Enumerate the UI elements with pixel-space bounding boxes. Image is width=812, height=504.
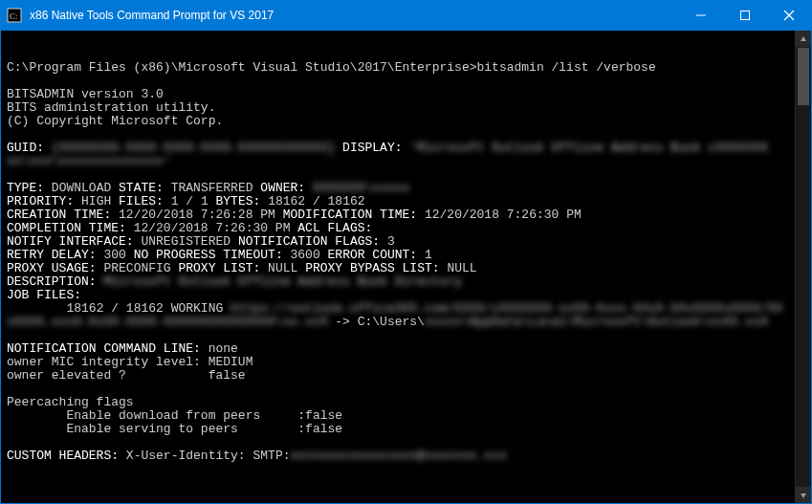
jobfile-url-2: xXXXX.xxxX-XxXX-XXXX-XXXXXXXXXXXXXXX\xx.… bbox=[7, 315, 327, 329]
banner-line3: (C) Copyright Microsoft Corp. bbox=[7, 114, 223, 128]
window-buttons bbox=[679, 1, 811, 30]
custom-headers-proto: SMTP: bbox=[252, 449, 290, 463]
display-label: DISPLAY: bbox=[342, 141, 402, 155]
completion-value: 12/20/2018 7:26:30 PM bbox=[134, 221, 291, 235]
description-label: DESCRIPTION: bbox=[7, 274, 97, 289]
notify-if-label: NOTIFY INTERFACE: bbox=[7, 234, 134, 249]
close-button[interactable] bbox=[767, 1, 811, 30]
window: C: x86 Native Tools Command Prompt for V… bbox=[0, 0, 812, 504]
proxy-usage-label: PROXY USAGE: bbox=[7, 261, 97, 275]
retry-value: 300 bbox=[103, 248, 125, 262]
proxy-usage-value: PRECONFIG bbox=[103, 261, 170, 275]
bytes-value: 18162 / 18162 bbox=[268, 194, 364, 208]
peer-dl-label: Enable download from peers bbox=[66, 408, 260, 423]
banner-line1: BITSADMIN version 3.0 bbox=[7, 87, 164, 101]
notify-flags-label: NOTIFICATION FLAGS: bbox=[238, 234, 380, 249]
elevated-label: owner elevated ? bbox=[7, 368, 126, 383]
app-icon: C: bbox=[1, 8, 28, 23]
svg-rect-3 bbox=[741, 11, 750, 20]
noprog-value: 3600 bbox=[291, 248, 320, 262]
guid-label: GUID: bbox=[7, 141, 44, 155]
minimize-button[interactable] bbox=[679, 1, 723, 30]
jobfile-arrow: -> C:\Users\ bbox=[327, 315, 424, 329]
peercache-label: Peercaching flags bbox=[7, 395, 134, 409]
display-value: 'Microsoft Outlook Offline Address Book … bbox=[409, 141, 767, 155]
prompt-cwd: C:\Program Files (x86)\Microsoft Visual … bbox=[7, 60, 476, 75]
type-label: TYPE: bbox=[7, 181, 44, 195]
proxy-bypass-label: PROXY BYPASS LIST: bbox=[305, 261, 439, 275]
peer-srv-value: :false bbox=[297, 422, 342, 436]
creation-value: 12/20/2018 7:26:28 PM bbox=[119, 208, 275, 222]
jobfiles-label: JOB FILES: bbox=[7, 288, 81, 302]
proxy-list-value: NULL bbox=[268, 261, 297, 275]
proxy-list-label: PROXY LIST: bbox=[178, 261, 260, 275]
client-area: C:\Program Files (x86)\Microsoft Visual … bbox=[1, 30, 811, 503]
scroll-up-button[interactable] bbox=[796, 31, 811, 47]
mic-label: owner MIC integrity level: bbox=[7, 355, 201, 369]
errcount-label: ERROR COUNT: bbox=[328, 248, 418, 262]
custom-headers-key: X-User-Identity: bbox=[126, 449, 246, 463]
owner-value: XXXXXXX\xxxxx bbox=[313, 181, 409, 195]
description-value: Microsoft Outlook Offline Address Book D… bbox=[103, 274, 461, 289]
elevated-value: false bbox=[208, 368, 246, 383]
custom-headers-label: CUSTOM HEADERS: bbox=[7, 449, 119, 463]
banner-line2: BITS administration utility. bbox=[7, 100, 215, 115]
notify-flags-value: 3 bbox=[387, 234, 395, 249]
mic-value: MEDIUM bbox=[208, 355, 253, 369]
jobfile-url: https://outlook.office365.com/XXXX/xXXXX… bbox=[230, 301, 782, 316]
scroll-thumb[interactable] bbox=[798, 48, 809, 105]
window-title: x86 Native Tools Command Prompt for VS 2… bbox=[28, 9, 679, 22]
svg-marker-7 bbox=[801, 493, 806, 498]
notify-cmd-value: none bbox=[208, 341, 238, 356]
scroll-down-button[interactable] bbox=[796, 487, 811, 503]
vertical-scrollbar[interactable] bbox=[795, 31, 811, 503]
completion-label: COMPLETION TIME: bbox=[7, 221, 126, 235]
jobfile-progress: 18162 / 18162 bbox=[66, 301, 163, 316]
state-value: TRANSFERRED bbox=[171, 181, 253, 195]
peer-dl-value: :false bbox=[297, 408, 342, 423]
modification-value: 12/20/2018 7:26:30 PM bbox=[425, 208, 582, 222]
svg-text:C:: C: bbox=[10, 11, 18, 21]
priority-label: PRIORITY: bbox=[7, 194, 74, 208]
svg-marker-6 bbox=[801, 36, 806, 41]
guid-value: {XXXXXXXX-XXXX-XXXX-XXXX-XXXXXXXXXXXX} bbox=[52, 141, 335, 155]
console-output[interactable]: C:\Program Files (x86)\Microsoft Visual … bbox=[1, 31, 795, 503]
owner-label: OWNER: bbox=[260, 181, 305, 195]
display-value-2: xx\xxx\xxxxxxxxxxxxxx' bbox=[7, 154, 171, 168]
state-label: STATE: bbox=[119, 181, 164, 195]
jobfile-local: xxxxx\AppData\Local\Microsoft\Outlook\xx… bbox=[425, 315, 768, 329]
bytes-label: BYTES: bbox=[216, 194, 261, 208]
noprog-label: NO PROGRESS TIMEOUT: bbox=[134, 248, 283, 262]
custom-headers-value: xxxxxxxxxxxxxxxxx@xxxxxxx.xxx bbox=[291, 449, 507, 463]
creation-label: CREATION TIME: bbox=[7, 208, 111, 222]
modification-label: MODIFICATION TIME: bbox=[283, 208, 417, 222]
peer-srv-label: Enable serving to peers bbox=[66, 422, 237, 436]
blank-line bbox=[7, 47, 14, 61]
type-value: DOWNLOAD bbox=[52, 181, 111, 195]
maximize-button[interactable] bbox=[723, 1, 767, 30]
acl-label: ACL FLAGS: bbox=[297, 221, 372, 235]
files-value: 1 / 1 bbox=[171, 194, 208, 208]
notify-if-value: UNREGISTERED bbox=[141, 234, 230, 249]
proxy-bypass-value: NULL bbox=[447, 261, 476, 275]
titlebar[interactable]: C: x86 Native Tools Command Prompt for V… bbox=[1, 1, 811, 30]
prompt-command: bitsadmin /list /verbose bbox=[476, 60, 655, 75]
files-label: FILES: bbox=[119, 194, 164, 208]
errcount-value: 1 bbox=[425, 248, 432, 262]
priority-value: HIGH bbox=[81, 194, 111, 208]
jobfile-state: WORKING bbox=[171, 301, 224, 316]
retry-label: RETRY DELAY: bbox=[7, 248, 97, 262]
notify-cmd-label: NOTIFICATION COMMAND LINE: bbox=[7, 341, 201, 356]
